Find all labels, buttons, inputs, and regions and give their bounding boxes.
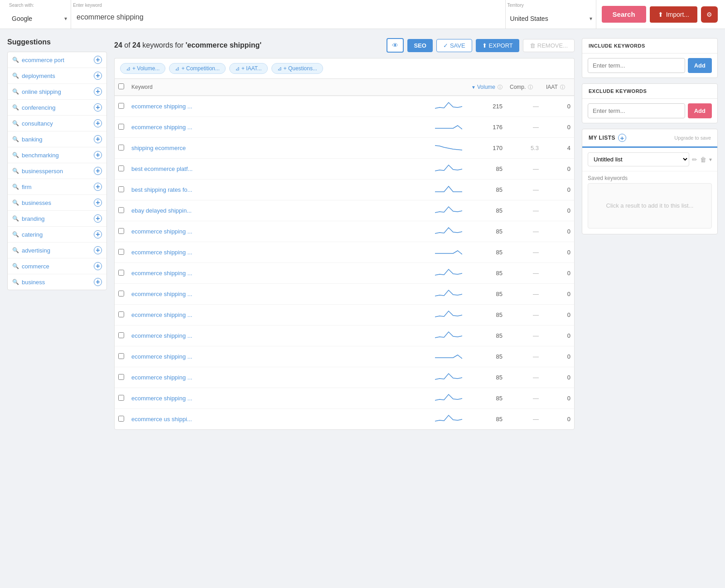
search-with-label: Search with: <box>7 0 71 9</box>
row-checkbox[interactable] <box>118 291 124 296</box>
sidebar-add-button[interactable]: + <box>94 167 102 175</box>
select-all-checkbox[interactable] <box>118 83 124 89</box>
table-row[interactable]: ecommerce shipping ... 85 — 0 <box>115 284 574 305</box>
iaat-column-header[interactable]: IAAT ⓘ <box>542 79 574 96</box>
include-keywords-body: Add <box>582 53 717 78</box>
table-row[interactable]: ecommerce shipping ... 85 — 0 <box>115 221 574 242</box>
sidebar-add-button[interactable]: + <box>94 87 102 96</box>
row-checkbox[interactable] <box>118 186 124 192</box>
table-row[interactable]: ecommerce shipping ... 176 — 0 <box>115 117 574 138</box>
sidebar-add-button[interactable]: + <box>94 230 102 238</box>
export-button[interactable]: ⬆ EXPORT <box>476 39 519 52</box>
keyword-cell: shipping ecommerce <box>131 145 186 151</box>
sidebar-item-left: 🔍 branding <box>12 215 45 222</box>
list-select[interactable]: Untitled list <box>588 152 689 166</box>
table-row[interactable]: ecommerce shipping ... 85 — 0 <box>115 305 574 326</box>
table-row[interactable]: best ecommerce platf... 85 — 0 <box>115 159 574 180</box>
sidebar-item[interactable]: 🔍 firm + <box>8 179 106 195</box>
chevron-down-icon[interactable]: ▾ <box>709 156 712 163</box>
volume-column-header[interactable]: ▼ Volume ⓘ <box>468 79 506 96</box>
sidebar-item[interactable]: 🔍 conferencing + <box>8 100 106 116</box>
row-checkbox[interactable] <box>118 103 124 109</box>
add-list-button[interactable]: + <box>618 134 626 142</box>
exclude-term-input[interactable] <box>588 103 685 118</box>
search-icon: 🔍 <box>12 152 19 158</box>
sidebar-item[interactable]: 🔍 benchmarking + <box>8 147 106 163</box>
questions-filter-button[interactable]: ⊿ + Questions... <box>271 63 323 74</box>
sidebar-item[interactable]: 🔍 consultancy + <box>8 116 106 131</box>
sidebar-item[interactable]: 🔍 businesses + <box>8 195 106 211</box>
row-checkbox[interactable] <box>118 207 124 213</box>
sidebar-add-button[interactable]: + <box>94 262 102 270</box>
save-button[interactable]: ✓ SAVE <box>436 39 472 52</box>
table-row[interactable]: ecommerce us shippi... 85 — 0 <box>115 409 574 430</box>
table-row[interactable]: ecommerce shipping ... 85 — 0 <box>115 346 574 367</box>
table-row[interactable]: ecommerce shipping ... 85 — 0 <box>115 326 574 346</box>
include-term-input[interactable] <box>588 58 685 73</box>
sidebar-item[interactable]: 🔍 online shipping + <box>8 84 106 100</box>
row-checkbox[interactable] <box>118 332 124 338</box>
sidebar-add-button[interactable]: + <box>94 56 102 64</box>
territory-select[interactable]: United States <box>506 10 596 27</box>
row-checkbox[interactable] <box>118 270 124 276</box>
comp-column-header[interactable]: Comp. ⓘ <box>506 79 542 96</box>
sidebar-item[interactable]: 🔍 advertising + <box>8 243 106 258</box>
iaat-filter-button[interactable]: ⊿ + IAAT... <box>229 63 268 74</box>
search-icon: 🔍 <box>12 199 19 206</box>
row-checkbox[interactable] <box>118 145 124 151</box>
sidebar-item[interactable]: 🔍 catering + <box>8 227 106 243</box>
table-row[interactable]: ebay delayed shippin... 85 — 0 <box>115 200 574 221</box>
upgrade-link[interactable]: Upgrade to save <box>674 135 711 141</box>
sidebar-add-button[interactable]: + <box>94 278 102 286</box>
settings-button[interactable]: ⚙ <box>701 6 718 23</box>
sidebar-add-button[interactable]: + <box>94 214 102 223</box>
row-checkbox[interactable] <box>118 165 124 171</box>
sidebar-add-button[interactable]: + <box>94 183 102 191</box>
table-row[interactable]: best shipping rates fo... 85 — 0 <box>115 180 574 200</box>
sidebar-item[interactable]: 🔍 business + <box>8 274 106 290</box>
exclude-add-button[interactable]: Add <box>688 103 712 118</box>
sidebar-add-button[interactable]: + <box>94 199 102 207</box>
search-engine-select[interactable]: Google <box>7 10 71 27</box>
table-row[interactable]: ecommerce shipping ... 85 — 0 <box>115 242 574 263</box>
keyword-input[interactable] <box>71 9 505 26</box>
edit-list-button[interactable]: ✏ <box>692 156 697 163</box>
table-row[interactable]: ecommerce shipping ... 85 — 0 <box>115 263 574 284</box>
delete-list-button[interactable]: 🗑 <box>700 156 706 163</box>
search-button[interactable]: Search <box>602 6 646 23</box>
volume-filter-button[interactable]: ⊿ + Volume... <box>120 63 165 74</box>
row-checkbox[interactable] <box>118 416 124 422</box>
sidebar-item[interactable]: 🔍 businessperson + <box>8 163 106 179</box>
row-checkbox[interactable] <box>118 374 124 380</box>
sidebar-add-button[interactable]: + <box>94 72 102 80</box>
table-row[interactable]: ecommerce shipping ... 85 — 0 <box>115 367 574 388</box>
competition-filter-button[interactable]: ⊿ + Competition... <box>169 63 225 74</box>
seo-button[interactable]: SEO <box>407 39 432 52</box>
table-row[interactable]: ecommerce shipping ... 215 — 0 <box>115 96 574 117</box>
sidebar-item[interactable]: 🔍 ecommerce port + <box>8 52 106 68</box>
row-checkbox[interactable] <box>118 124 124 130</box>
sidebar-add-button[interactable]: + <box>94 151 102 159</box>
row-checkbox[interactable] <box>118 395 124 401</box>
row-checkbox[interactable] <box>118 228 124 234</box>
iaat-cell: 0 <box>542 388 574 409</box>
sidebar-item[interactable]: 🔍 commerce + <box>8 258 106 274</box>
app-header: Search with: Google Enter keyword Territ… <box>0 0 725 29</box>
include-add-button[interactable]: Add <box>688 58 712 73</box>
row-checkbox[interactable] <box>118 353 124 359</box>
sidebar-item[interactable]: 🔍 deployments + <box>8 68 106 84</box>
sidebar-item[interactable]: 🔍 branding + <box>8 211 106 227</box>
table-row[interactable]: ecommerce shipping ... 85 — 0 <box>115 388 574 409</box>
eye-button[interactable]: 👁 <box>387 38 404 53</box>
table-row[interactable]: shipping ecommerce 170 5.3 4 <box>115 138 574 159</box>
sidebar-add-button[interactable]: + <box>94 135 102 143</box>
sidebar-item[interactable]: 🔍 banking + <box>8 131 106 147</box>
import-button[interactable]: ⬆ Import... <box>650 6 697 23</box>
sidebar-add-button[interactable]: + <box>94 103 102 112</box>
sidebar-add-button[interactable]: + <box>94 119 102 127</box>
sidebar-add-button[interactable]: + <box>94 246 102 254</box>
remove-button[interactable]: 🗑 REMOVE... <box>523 39 575 52</box>
keyword-cell: ecommerce shipping ... <box>131 228 192 235</box>
row-checkbox[interactable] <box>118 311 124 317</box>
row-checkbox[interactable] <box>118 249 124 255</box>
